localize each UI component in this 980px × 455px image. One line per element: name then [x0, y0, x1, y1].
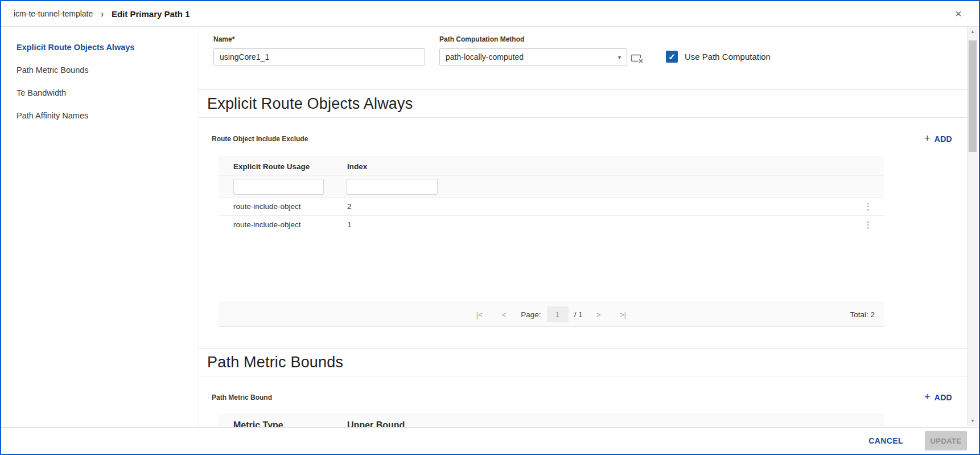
scrollbar-thumb[interactable]: [969, 40, 977, 152]
scroll-down-icon[interactable]: ▼: [967, 416, 978, 426]
prev-page-icon[interactable]: <: [500, 309, 509, 320]
filter-index-input[interactable]: [347, 179, 438, 195]
add-route-object-button[interactable]: + ADD: [924, 133, 952, 145]
total-count: Total: 2: [850, 310, 875, 319]
sidebar-item-path-metric-bounds[interactable]: Path Metric Bounds: [1, 59, 199, 81]
sidebar-item-explicit-route-objects-always[interactable]: Explicit Route Objects Always: [1, 36, 199, 59]
vertical-scrollbar[interactable]: ▲ ▼: [967, 27, 978, 426]
breadcrumb-parent-link[interactable]: icm-te-tunnel-template: [14, 9, 93, 18]
table-pagination: |< < Page: 1 / 1 > >| Total: 2: [219, 302, 884, 326]
column-header-metric-type[interactable]: Metric Type: [233, 420, 347, 427]
main-content: Name* Path Computation Method path-local…: [199, 27, 967, 427]
close-icon[interactable]: ×: [952, 8, 965, 19]
last-page-icon[interactable]: >|: [617, 309, 628, 320]
sidebar-item-path-affinity-names[interactable]: Path Affinity Names: [1, 104, 199, 127]
next-page-icon[interactable]: >: [594, 309, 603, 320]
first-page-icon[interactable]: |<: [474, 309, 485, 320]
use-path-computation-label: Use Path Computation: [685, 52, 771, 62]
path-metric-bounds-section: Path Metric Bound + ADD Metric Type Uppe…: [199, 376, 967, 427]
page-label: Page:: [521, 310, 541, 319]
page-title: Edit Primary Path 1: [112, 9, 190, 19]
scroll-up-icon[interactable]: ▲: [967, 27, 978, 36]
page-number-input[interactable]: 1: [547, 306, 569, 322]
table-empty-area: [219, 233, 884, 302]
section-title-explicit-route-objects: Explicit Route Objects Always: [207, 95, 413, 113]
section-title-path-metric-bounds: Path Metric Bounds: [207, 354, 343, 371]
row-actions-kebab-icon[interactable]: ⋮: [860, 203, 876, 211]
dialog-action-bar: CANCEL UPDATE: [1, 427, 979, 454]
row-actions-kebab-icon[interactable]: ⋮: [860, 221, 876, 229]
section-nav-sidebar: Explicit Route Objects Always Path Metri…: [1, 27, 199, 427]
filter-explicit-route-usage-input[interactable]: [233, 179, 324, 195]
path-computation-method-dropdown[interactable]: path-locally-computed ▾: [439, 48, 627, 65]
update-button[interactable]: UPDATE: [925, 431, 967, 450]
chevron-right-icon: ›: [101, 8, 104, 19]
plus-icon: +: [924, 391, 930, 403]
use-path-computation-checkbox[interactable]: ✓ Use Path Computation: [666, 51, 771, 63]
plus-icon: +: [924, 133, 930, 145]
path-computation-method-label: Path Computation Method: [439, 35, 627, 43]
page-count: / 1: [574, 310, 583, 319]
path-metric-bound-label: Path Metric Bound: [212, 393, 272, 401]
column-header-index[interactable]: Index: [347, 162, 495, 171]
table-row[interactable]: route-include-object 2 ⋮: [219, 197, 884, 215]
path-computation-method-value: path-locally-computed: [446, 52, 524, 62]
path-metric-bound-table: Metric Type Upper Bound: [219, 415, 884, 427]
breadcrumb: icm-te-tunnel-template › Edit Primary Pa…: [1, 1, 979, 27]
name-label: Name*: [213, 35, 425, 43]
explicit-route-objects-section: Route Object Include Exclude + ADD Expli…: [199, 117, 967, 348]
route-object-table: Explicit Route Usage Index route-include…: [219, 157, 884, 327]
name-input[interactable]: [213, 48, 425, 65]
add-path-metric-bound-button[interactable]: + ADD: [924, 391, 952, 403]
clear-selection-icon[interactable]: [631, 54, 644, 66]
path-form: Name* Path Computation Method path-local…: [199, 27, 967, 89]
chevron-down-icon: ▾: [618, 54, 621, 60]
column-header-upper-bound[interactable]: Upper Bound: [347, 420, 495, 427]
checkbox-checked-icon: ✓: [666, 51, 678, 63]
cancel-button[interactable]: CANCEL: [868, 436, 903, 445]
table-row[interactable]: route-include-object 1 ⋮: [219, 215, 884, 233]
column-header-explicit-route-usage[interactable]: Explicit Route Usage: [233, 162, 347, 171]
edit-primary-path-dialog: icm-te-tunnel-template › Edit Primary Pa…: [0, 0, 980, 455]
sidebar-item-te-bandwidth[interactable]: Te Bandwidth: [1, 81, 199, 104]
route-object-include-exclude-label: Route Object Include Exclude: [212, 135, 308, 143]
